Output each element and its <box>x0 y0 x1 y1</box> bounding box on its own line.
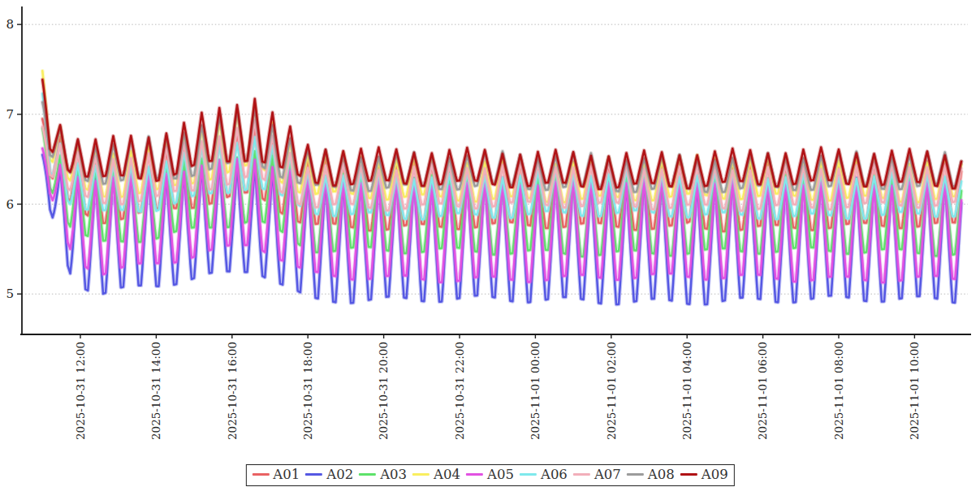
y-tick-label: 8 <box>6 17 14 32</box>
x-tick-label: 2025-10-31 22:00 <box>453 342 466 440</box>
legend-swatch-a06 <box>520 473 537 476</box>
y-tick-label: 7 <box>6 107 14 122</box>
legend-label: A01 <box>273 468 300 482</box>
x-tick-label: 2025-10-31 16:00 <box>226 342 239 440</box>
line-chart: 87652025-10-31 12:002025-10-31 14:002025… <box>0 0 980 487</box>
legend-label: A07 <box>594 468 621 482</box>
x-tick-label: 2025-11-01 04:00 <box>680 342 693 440</box>
legend-label: A08 <box>648 468 675 482</box>
y-tick-label: 6 <box>6 197 14 212</box>
legend-swatch-a04 <box>412 473 430 476</box>
legend-label: A04 <box>434 468 460 482</box>
x-tick-label: 2025-10-31 18:00 <box>301 342 314 440</box>
legend-item-a08: A08 <box>627 468 675 482</box>
x-tick-label: 2025-10-31 14:00 <box>149 342 162 440</box>
x-tick-label: 2025-11-01 02:00 <box>605 342 618 440</box>
x-tick-label: 2025-10-31 20:00 <box>377 342 390 440</box>
legend-label: A03 <box>380 468 407 482</box>
legend-label: A09 <box>702 468 728 482</box>
legend-item-a05: A05 <box>466 468 514 482</box>
legend-swatch-a03 <box>359 473 376 476</box>
legend-item-a03: A03 <box>359 468 407 482</box>
x-tick-label: 2025-11-01 08:00 <box>832 342 845 440</box>
legend-swatch-a02 <box>305 473 322 476</box>
legend-swatch-a09 <box>680 473 697 476</box>
x-tick-label: 2025-11-01 00:00 <box>529 342 542 440</box>
legend: A01A02A03A04A05A06A07A08A09 <box>245 464 734 487</box>
legend-swatch-a01 <box>252 473 269 476</box>
legend-item-a04: A04 <box>412 468 460 482</box>
legend-swatch-a07 <box>573 473 590 476</box>
line-chart-figure: 87652025-10-31 12:002025-10-31 14:002025… <box>0 0 980 487</box>
legend-label: A06 <box>541 468 568 482</box>
legend-swatch-a08 <box>627 473 644 476</box>
y-tick-label: 5 <box>6 287 14 301</box>
x-tick-label: 2025-11-01 10:00 <box>908 342 921 440</box>
legend-item-a01: A01 <box>252 468 300 482</box>
legend-label: A02 <box>326 468 353 482</box>
legend-item-a02: A02 <box>305 468 353 482</box>
legend-swatch-a05 <box>466 473 483 476</box>
legend-item-a09: A09 <box>680 468 728 482</box>
legend-label: A05 <box>487 468 514 482</box>
legend-item-a07: A07 <box>573 468 621 482</box>
legend-item-a06: A06 <box>520 468 568 482</box>
x-tick-label: 2025-10-31 12:00 <box>74 342 87 440</box>
x-tick-label: 2025-11-01 06:00 <box>756 342 769 440</box>
